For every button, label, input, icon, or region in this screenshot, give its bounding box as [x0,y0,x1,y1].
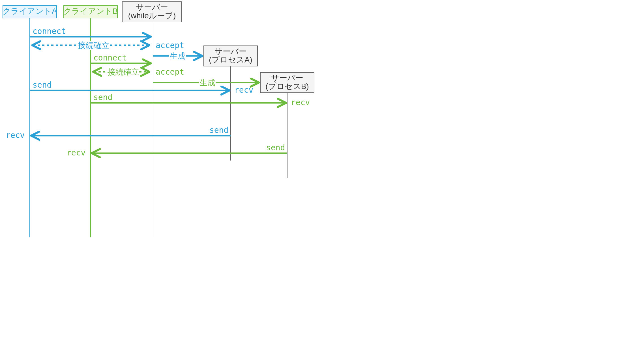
participant-server-loop-label-1: サーバー [136,3,168,12]
msg-a-recv-server-label: recv [234,85,253,95]
participant-server-loop-label-2: (whileループ) [128,11,176,20]
participant-server-proc-b: サーバー (プロセスB) [260,72,314,93]
msg-spawn-b-label: 生成 [199,78,215,87]
msg-b-connect-label: connect [93,53,127,62]
msg-b-established-label: 接続確立 [108,67,139,77]
participant-server-proc-a-label-2: (プロセスA) [209,55,252,64]
msg-b-send-label: send [93,93,112,102]
participant-client-a: クライアントA [3,6,57,18]
sequence-diagram: クライアントA クライアントB サーバー (whileループ) サーバー (プロ… [0,0,419,249]
participant-server-proc-a: サーバー (プロセスA) [204,46,257,66]
participant-client-b: クライアントB [63,6,118,18]
participant-client-a-label: クライアントA [3,7,57,16]
msg-a-established-label: 接続確立 [78,41,110,50]
participant-server-proc-a-label-1: サーバー [214,47,247,56]
msg-procb-send-label: send [266,143,285,152]
msg-b-recv-server-label: recv [291,98,310,107]
msg-a-connect-label: connect [33,27,66,36]
participant-client-b-label: クライアントB [63,7,118,16]
msg-a-accept-label: accept [156,41,184,50]
participant-server-loop: サーバー (whileループ) [122,2,182,22]
msg-a-recv-client-label: recv [6,131,25,140]
participant-server-proc-b-label-1: サーバー [271,73,303,82]
msg-spawn-a-label: 生成 [170,51,186,61]
msg-b-recv-client-label: recv [66,148,85,157]
participant-server-proc-b-label-2: (プロセスB) [265,82,309,91]
msg-a-send-label: send [33,80,51,90]
msg-b-accept-label: accept [156,67,184,77]
msg-proca-send-label: send [209,125,228,135]
